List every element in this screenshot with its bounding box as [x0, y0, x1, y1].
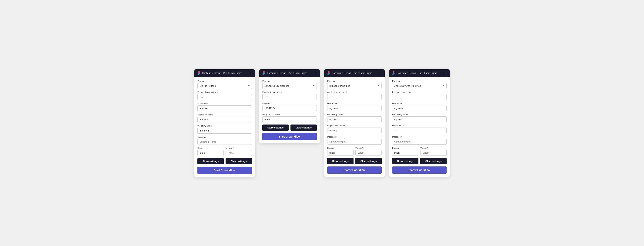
username-input-azure[interactable]: [392, 105, 446, 111]
branch-version-row-bitbucket: Branch Version?: [327, 147, 382, 156]
panel-header-azure: Continuous Design - Run CI from Figma ×: [389, 69, 450, 77]
ref-input-gitlab[interactable]: [262, 116, 317, 122]
action-buttons-github: Store settings Clear settings: [198, 158, 252, 164]
message-field-bitbucket: Message?: [327, 136, 382, 145]
token-label-azure: Personal access token: [392, 91, 446, 93]
figma-icon-gitlab: [262, 71, 266, 75]
close-button-github[interactable]: ×: [249, 71, 252, 75]
branch-input-github[interactable]: [198, 150, 224, 156]
repo-field-github: Repository name: [198, 114, 252, 122]
message-input-github[interactable]: [198, 139, 252, 145]
figma-icon-azure: [392, 71, 395, 75]
username-field-bitbucket: User name: [327, 102, 382, 111]
token-field-azure: Personal access token: [392, 91, 446, 100]
repo-input-azure[interactable]: [392, 116, 446, 122]
start-ci-button-bitbucket[interactable]: Start CI workflow: [327, 166, 382, 174]
panel-header-bitbucket: Continuous Design - Run CI from Figma ×: [324, 69, 385, 77]
clear-settings-button-github[interactable]: Clear settings: [226, 158, 252, 164]
token-input-github[interactable]: [198, 94, 252, 100]
start-ci-button-github[interactable]: Start CI workflow: [198, 167, 252, 174]
panel-title-azure: Continuous Design - Run CI from Figma: [397, 72, 437, 74]
branch-input-azure[interactable]: [392, 150, 418, 156]
close-button-bitbucket[interactable]: ×: [379, 71, 382, 75]
repo-input-bitbucket[interactable]: [327, 116, 382, 122]
token-input-bitbucket[interactable]: [327, 94, 382, 100]
version-input-azure[interactable]: [420, 150, 446, 156]
username-label-azure: User name: [392, 102, 446, 105]
message-field-azure: Message?: [392, 136, 446, 145]
provider-field-gitlab: Provider GitHub Actions GitLab CI/CD pip…: [262, 80, 317, 89]
org-input-bitbucket[interactable]: [327, 128, 382, 133]
version-field-azure: Version?: [420, 147, 446, 156]
clear-settings-button-azure[interactable]: Clear settings: [420, 158, 446, 164]
ref-label-gitlab: Ref (branch name): [262, 113, 317, 116]
close-button-azure[interactable]: ×: [444, 71, 447, 75]
store-settings-button-bitbucket[interactable]: Store settings: [327, 158, 354, 164]
branch-version-row-github: Branch Version?: [198, 147, 252, 156]
header-left-azure: Continuous Design - Run CI from Figma: [392, 71, 437, 75]
provider-field-azure: Provider GitHub Actions GitLab CI/CD pip…: [392, 80, 446, 89]
version-field-bitbucket: Version?: [356, 147, 382, 156]
workflow-input-github[interactable]: [198, 128, 252, 134]
token-field-github: Personal access token: [198, 91, 252, 100]
branch-label-azure: Branch: [392, 147, 418, 149]
message-input-azure[interactable]: [392, 139, 446, 145]
panel-body-gitlab: Provider GitHub Actions GitLab CI/CD pip…: [259, 77, 320, 143]
panel-gitlab: Continuous Design - Run CI from Figma × …: [259, 69, 320, 143]
repo-field-bitbucket: Repository name: [327, 113, 382, 122]
store-settings-button-azure[interactable]: Store settings: [392, 158, 418, 164]
repo-input-github[interactable]: [198, 117, 252, 122]
action-buttons-bitbucket: Store settings Clear settings: [327, 158, 382, 164]
message-label-github: Message?: [198, 136, 252, 138]
branch-input-bitbucket[interactable]: [327, 150, 354, 156]
provider-select-gitlab[interactable]: GitHub Actions GitLab CI/CD pipelines Bi…: [262, 83, 317, 89]
username-input-bitbucket[interactable]: [327, 105, 382, 111]
username-input-github[interactable]: [198, 105, 252, 111]
username-field-github: User name: [198, 102, 252, 111]
token-label-bitbucket: Application password: [327, 91, 382, 93]
workflow-label-github: Workflow name: [198, 125, 252, 127]
start-ci-button-azure[interactable]: Start CI workflow: [392, 166, 446, 174]
branch-field-bitbucket: Branch: [327, 147, 354, 156]
provider-select-bitbucket[interactable]: GitHub Actions GitLab CI/CD pipelines Bi…: [327, 83, 382, 89]
definition-label-azure: Definition ID: [392, 125, 446, 127]
close-button-gitlab[interactable]: ×: [314, 71, 317, 75]
token-field-bitbucket: Application password: [327, 91, 382, 100]
store-settings-button-github[interactable]: Store settings: [198, 158, 224, 164]
workflow-field-github: Workflow name: [198, 125, 252, 134]
panel-title-gitlab: Continuous Design - Run CI from Figma: [267, 72, 307, 74]
provider-select-azure[interactable]: GitHub Actions GitLab CI/CD pipelines Bi…: [392, 83, 446, 89]
provider-label-github: Provider: [198, 80, 252, 82]
repo-label-github: Repository name: [198, 114, 252, 116]
figma-icon-bitbucket: [327, 71, 330, 75]
message-label-azure: Message?: [392, 136, 446, 138]
panel-title-bitbucket: Continuous Design - Run CI from Figma: [332, 72, 372, 74]
message-input-bitbucket[interactable]: [327, 139, 382, 145]
version-input-bitbucket[interactable]: [356, 150, 382, 156]
clear-settings-button-gitlab[interactable]: Clear settings: [290, 125, 317, 131]
project-label-gitlab: Project ID: [262, 102, 317, 105]
version-input-github[interactable]: [226, 150, 252, 156]
panel-bitbucket: Continuous Design - Run CI from Figma × …: [324, 69, 385, 177]
provider-field-github: Provider GitHub Actions GitLab CI/CD pip…: [198, 80, 252, 89]
provider-select-github[interactable]: GitHub Actions GitLab CI/CD pipelines Bi…: [198, 83, 252, 89]
definition-input-azure[interactable]: [392, 128, 446, 133]
provider-label-bitbucket: Provider: [327, 80, 382, 82]
start-ci-button-gitlab[interactable]: Start CI workflow: [262, 133, 317, 140]
branch-version-row-azure: Branch Version?: [392, 147, 446, 156]
org-field-bitbucket: Organization name: [327, 125, 382, 133]
store-settings-button-gitlab[interactable]: Store settings: [262, 125, 288, 131]
token-input-gitlab[interactable]: [262, 94, 317, 100]
panel-azure: Continuous Design - Run CI from Figma × …: [389, 69, 450, 177]
branch-label-github: Branch: [198, 147, 224, 149]
repo-field-azure: Repository name: [392, 113, 446, 122]
clear-settings-button-bitbucket[interactable]: Clear settings: [356, 158, 382, 164]
project-input-gitlab[interactable]: [262, 105, 317, 111]
provider-label-azure: Provider: [392, 80, 446, 82]
header-left-gitlab: Continuous Design - Run CI from Figma: [262, 71, 307, 75]
ref-field-gitlab: Ref (branch name): [262, 113, 317, 122]
definition-field-azure: Definition ID: [392, 125, 446, 133]
panels-container: Continuous Design - Run CI from Figma × …: [194, 69, 450, 177]
repo-label-azure: Repository name: [392, 113, 446, 116]
token-input-azure[interactable]: [392, 94, 446, 100]
